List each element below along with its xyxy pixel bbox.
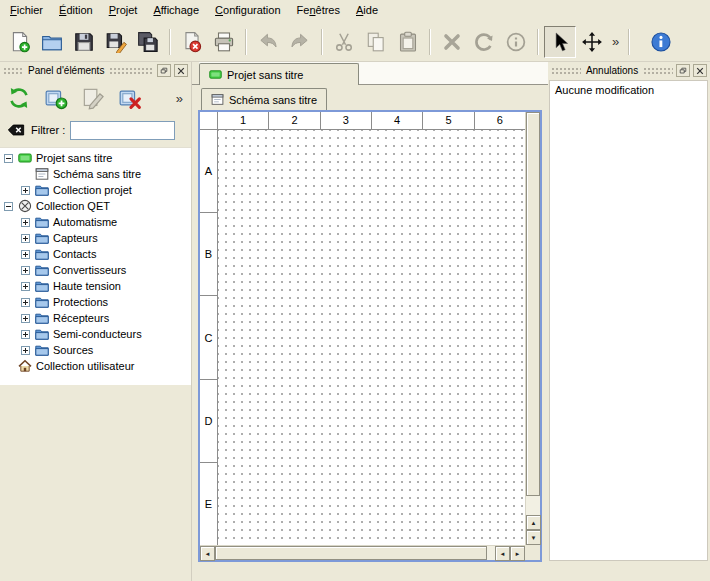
open-project-button[interactable] <box>36 26 68 58</box>
tree-item-collection-qet[interactable]: Collection QET <box>0 198 191 214</box>
scroll-down-button[interactable]: ▼ <box>526 530 541 545</box>
clear-filter-icon <box>7 121 25 139</box>
expand-icon[interactable] <box>21 298 30 307</box>
tree-item-sources[interactable]: Sources <box>0 342 191 358</box>
float-icon <box>679 67 687 75</box>
expand-icon[interactable] <box>21 218 30 227</box>
new-document-icon <box>9 31 31 53</box>
expand-icon[interactable] <box>21 330 30 339</box>
pan-mode-button[interactable] <box>576 26 608 58</box>
reload-collections-button[interactable] <box>4 83 34 113</box>
tree-item-contacts[interactable]: Contacts <box>0 246 191 262</box>
close-file-button[interactable] <box>176 26 208 58</box>
menu-fenetres[interactable]: Fenêtres <box>289 0 348 22</box>
menu-configuration[interactable]: Configuration <box>207 0 288 22</box>
horizontal-scrollbar[interactable]: ◄ ◄ ► <box>200 545 525 560</box>
elements-panel-titlebar[interactable]: Panel d'éléments <box>0 62 191 79</box>
expand-icon[interactable] <box>21 234 30 243</box>
collapse-icon[interactable] <box>4 202 13 211</box>
about-button[interactable] <box>645 26 677 58</box>
project-icon <box>18 151 32 165</box>
cut-button[interactable] <box>328 26 360 58</box>
clear-filter-button[interactable] <box>6 120 26 140</box>
save-all-button[interactable] <box>132 26 164 58</box>
scroll-up-button[interactable]: ▲ <box>526 515 541 530</box>
delete-button[interactable] <box>436 26 468 58</box>
menu-edition[interactable]: Édition <box>51 0 101 22</box>
tree-item-collection-projet[interactable]: Collection projet <box>0 182 191 198</box>
print-icon <box>213 31 235 53</box>
save-button[interactable] <box>68 26 100 58</box>
qelectrotech-window: FichierÉditionProjetAffichageConfigurati… <box>0 0 710 62</box>
tab-schema-sans-titre[interactable]: Schéma sans titre <box>201 88 327 110</box>
menu-aide[interactable]: Aide <box>348 0 386 22</box>
tree-item-protections[interactable]: Protections <box>0 294 191 310</box>
ruler-column-3: 3 <box>320 112 371 129</box>
hscroll-track[interactable] <box>487 546 495 560</box>
tree-item-haute-tension[interactable]: Haute tension <box>0 278 191 294</box>
home-icon <box>18 359 32 373</box>
vertical-scrollbar[interactable]: ▲ ▼ <box>525 112 540 545</box>
expand-icon[interactable] <box>21 250 30 259</box>
vscroll-track[interactable] <box>526 496 540 515</box>
close-panel-button[interactable] <box>174 64 188 77</box>
redo-button[interactable] <box>284 26 316 58</box>
toolbar-overflow[interactable]: » <box>608 34 623 49</box>
refresh-icon <box>7 86 31 110</box>
scroll-right-button[interactable]: ► <box>510 546 525 561</box>
panel-toolbar-overflow[interactable]: » <box>172 91 187 106</box>
toolbar-separator <box>537 29 539 55</box>
new-project-button[interactable] <box>4 26 36 58</box>
expand-icon[interactable] <box>21 314 30 323</box>
collapse-icon[interactable] <box>4 154 13 163</box>
select-mode-button[interactable] <box>544 26 576 58</box>
folder-icon <box>35 263 49 277</box>
float-panel-button[interactable] <box>157 64 171 77</box>
undo-button[interactable] <box>252 26 284 58</box>
diagram-sheet: 123456 ABCDE <box>200 112 525 545</box>
float-undo-panel-button[interactable] <box>676 64 690 77</box>
undo-panel-titlebar[interactable]: Annulations <box>548 62 710 79</box>
tab-projet-sans-titre[interactable]: Projet sans titre <box>199 63 359 85</box>
scroll-left-button-2[interactable]: ◄ <box>495 546 510 561</box>
close-undo-panel-button[interactable] <box>693 64 707 77</box>
delete-element-button[interactable] <box>115 83 145 113</box>
save-as-button[interactable] <box>100 26 132 58</box>
vscroll-thumb[interactable] <box>526 112 540 496</box>
rotate-button[interactable] <box>468 26 500 58</box>
new-element-icon <box>44 86 68 110</box>
expand-icon[interactable] <box>21 186 30 195</box>
expand-icon[interactable] <box>21 346 30 355</box>
menu-affichage[interactable]: Affichage <box>145 0 207 22</box>
tree-item-label: Automatisme <box>53 216 117 228</box>
dock-grip <box>109 67 154 75</box>
diagram-view: 123456 ABCDE ▲ ▼ ◄ ◄ ► <box>198 110 542 562</box>
copy-button[interactable] <box>360 26 392 58</box>
menu-fichier[interactable]: Fichier <box>2 0 51 22</box>
hscroll-thumb[interactable] <box>215 546 487 560</box>
tree-item-collection-utilisateur[interactable]: Collection utilisateur <box>0 358 191 374</box>
toolbar-separator <box>169 29 171 55</box>
tree-item-label: Protections <box>53 296 108 308</box>
tree-item-automatisme[interactable]: Automatisme <box>0 214 191 230</box>
tree-item-projet-sans-titre[interactable]: Projet sans titre <box>0 150 191 166</box>
scroll-left-button[interactable]: ◄ <box>200 546 215 561</box>
expand-icon[interactable] <box>21 282 30 291</box>
undo-icon <box>257 31 279 53</box>
paste-button[interactable] <box>392 26 424 58</box>
new-element-button[interactable] <box>41 83 71 113</box>
edit-element-button[interactable] <box>78 83 108 113</box>
tree-item-semi-conducteurs[interactable]: Semi-conducteurs <box>0 326 191 342</box>
copy-icon <box>365 31 387 53</box>
tree-item-schema-sans-titre[interactable]: Schéma sans titre <box>0 166 191 182</box>
filter-input[interactable] <box>70 121 175 140</box>
element-info-button[interactable] <box>500 26 532 58</box>
expand-icon[interactable] <box>21 266 30 275</box>
diagram-canvas[interactable] <box>218 130 525 545</box>
menu-projet[interactable]: Projet <box>101 0 146 22</box>
print-button[interactable] <box>208 26 240 58</box>
tree-item-capteurs[interactable]: Capteurs <box>0 230 191 246</box>
tree-item-recepteurs[interactable]: Récepteurs <box>0 310 191 326</box>
undo-history-list[interactable]: Aucune modification <box>549 80 708 561</box>
tree-item-convertisseurs[interactable]: Convertisseurs <box>0 262 191 278</box>
